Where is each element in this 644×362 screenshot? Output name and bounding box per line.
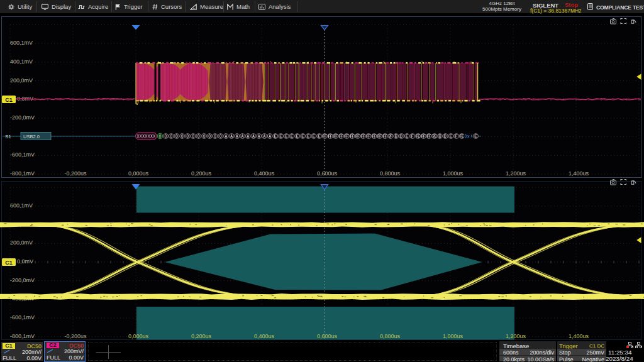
svg-text:-0,200us: -0,200us [64, 333, 87, 339]
svg-text:200,0mV: 200,0mV [10, 239, 33, 246]
svg-text:S1: S1 [5, 134, 11, 140]
svg-text:600,1mV: 600,1mV [10, 202, 33, 209]
svg-text:-800,1mV: -800,1mV [10, 333, 35, 339]
svg-text:0,400us: 0,400us [254, 170, 275, 177]
svg-text:1,000us: 1,000us [443, 170, 464, 177]
svg-text:-0,200us: -0,200us [64, 170, 87, 177]
svg-text:200,0mV: 200,0mV [10, 77, 33, 84]
svg-text:1,400us: 1,400us [569, 333, 589, 339]
svg-text:C1: C1 [5, 260, 13, 266]
svg-text:USB2.0: USB2.0 [23, 134, 40, 140]
svg-text:-200,0mV: -200,0mV [10, 114, 35, 121]
svg-text:-600,1mV: -600,1mV [10, 151, 35, 158]
svg-text:0,600us: 0,600us [317, 333, 338, 339]
svg-text:0,400us: 0,400us [254, 333, 275, 339]
svg-text:0,0mV: 0,0mV [17, 258, 33, 265]
svg-text:0,200us: 0,200us [191, 170, 212, 177]
svg-text:0,000us: 0,000us [128, 170, 149, 177]
svg-text:600,1mV: 600,1mV [10, 40, 33, 46]
svg-text:0,800us: 0,800us [380, 333, 401, 339]
svg-text:0,800us: 0,800us [380, 170, 401, 177]
svg-text:0,200us: 0,200us [191, 333, 212, 339]
svg-text:-600,1mV: -600,1mV [10, 314, 35, 321]
svg-text:0,600us: 0,600us [317, 170, 338, 177]
svg-text:C1: C1 [5, 97, 13, 103]
svg-text:400,1mV: 400,1mV [10, 58, 33, 65]
svg-text:-800,1mV: -800,1mV [10, 170, 35, 177]
svg-text:-200,0mV: -200,0mV [10, 277, 35, 283]
svg-text:1,200us: 1,200us [506, 333, 526, 339]
svg-text:1,400us: 1,400us [569, 170, 589, 177]
svg-text:1,200us: 1,200us [506, 170, 526, 177]
svg-text:1,000us: 1,000us [443, 333, 464, 339]
svg-text:0,000us: 0,000us [128, 333, 149, 339]
